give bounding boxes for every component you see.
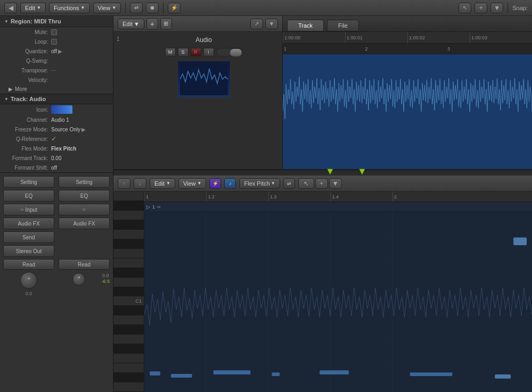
cursor-icon[interactable]: ↖ [459, 3, 471, 13]
lower-view-btn[interactable]: View ▼ [178, 178, 207, 189]
piano-key-d[interactable] [113, 278, 144, 287]
toggle-knob [230, 49, 242, 56]
piano-key-b2[interactable] [113, 306, 144, 315]
lower-tool-group: ↖ + ▼ [298, 178, 342, 189]
tl-edit-btn[interactable]: Edit ▼ [118, 19, 144, 29]
formant-track-label: Formant Track: [9, 155, 51, 161]
quantize-arrow[interactable]: ▶ [58, 48, 62, 54]
filter-icon[interactable]: ⚡ [168, 3, 181, 13]
minus-icon[interactable]: ▼ [490, 3, 503, 13]
track-indicator: ▷ 1 ∞ [144, 202, 532, 212]
pr-ruler: 1 1.2 1.3 1.4 2 [144, 191, 532, 202]
read-btn-1[interactable]: Read [3, 259, 54, 270]
track-triangle[interactable]: ▼ [4, 97, 9, 102]
track-toggle[interactable] [216, 48, 243, 56]
output-btn-1[interactable]: Stereo Out [3, 245, 54, 257]
track-name: Audio [195, 36, 212, 44]
piano-key-eb2[interactable] [113, 373, 144, 382]
plus-tool[interactable]: + [315, 178, 328, 189]
record-icon[interactable]: ⏺ [146, 3, 159, 13]
piano-key-high[interactable] [113, 191, 144, 201]
setting-btn-2[interactable]: Setting [59, 176, 110, 188]
eq-btn-2[interactable]: EQ [59, 190, 110, 202]
piano-key-gb2[interactable] [113, 344, 144, 354]
solo-btn[interactable]: S [178, 48, 189, 56]
input-btn-1[interactable]: ∞ Input [3, 204, 54, 215]
piano-key-db[interactable] [113, 287, 144, 297]
qswing-row: Q-Swing: [0, 56, 113, 65]
chevron-tool[interactable]: ▼ [329, 178, 342, 189]
read-btn-2[interactable]: Read [59, 259, 110, 270]
lower-scroll-left[interactable]: ↑ [118, 178, 130, 189]
plus-icon[interactable]: + [474, 3, 487, 13]
link-icon[interactable]: ⇄ [283, 178, 295, 189]
lower-edit-btn[interactable]: Edit ▼ [150, 178, 175, 189]
send-btn-1[interactable]: Send [3, 231, 54, 243]
eq-btn-1[interactable]: EQ [3, 190, 54, 202]
piano-key-gb[interactable] [113, 239, 144, 249]
mute-btn[interactable]: M [165, 48, 176, 56]
waveform-svg [180, 63, 228, 95]
add-folder-btn[interactable]: ⊞ [160, 18, 172, 30]
back-btn[interactable]: ◀ [4, 3, 17, 13]
piano-key-c[interactable]: C1 [113, 296, 144, 306]
track-section-title: Track: Audio [11, 96, 46, 102]
audiofx-btn-1[interactable]: Audio FX [3, 218, 54, 229]
svg-rect-16 [272, 372, 280, 376]
top-toolbar: ◀ Edit ▼ Functions ▼ View ▼ ⇄ ⏺ ⚡ ↖ + ▼ … [0, 0, 532, 16]
input-btn-2[interactable]: ∞ [59, 204, 110, 215]
view-menu[interactable]: View ▼ [93, 3, 121, 13]
piano-key-f2[interactable] [113, 354, 144, 363]
add-track-btn[interactable]: + [146, 18, 158, 30]
piano-key-low[interactable] [113, 382, 144, 392]
functions-menu[interactable]: Functions ▼ [49, 3, 90, 13]
piano-key-e[interactable] [113, 258, 144, 268]
piano-key-ab2[interactable] [113, 325, 144, 335]
output-icon[interactable]: ↗ [250, 19, 263, 29]
piano-key-g[interactable] [113, 230, 144, 239]
setting-btn-1[interactable]: Setting [3, 176, 54, 188]
loop-row: Loop: [0, 37, 113, 46]
note-icon[interactable]: ♪ [224, 178, 236, 189]
loop-checkbox[interactable] [51, 39, 57, 45]
piano-key-a2[interactable] [113, 315, 144, 325]
piano-key-a[interactable] [113, 211, 144, 220]
track-row: 1 Audio M S R [113, 32, 282, 169]
collapse-triangle[interactable]: ▼ [4, 19, 9, 24]
tab-file[interactable]: File [327, 20, 359, 31]
piano-key-b[interactable] [113, 201, 144, 211]
cursor-tool[interactable]: ↖ [298, 178, 314, 189]
volume-knob-1[interactable] [20, 272, 37, 289]
lower-scroll-right[interactable]: ↓ [134, 178, 146, 189]
channel-label: Channel: [9, 117, 51, 123]
volume-knob-2[interactable] [72, 273, 85, 286]
formant-shift-value: off [51, 165, 57, 171]
rec-btn[interactable]: R [191, 48, 201, 56]
fader-2: 0.0 -6.5 [101, 273, 110, 286]
svg-rect-14 [171, 374, 192, 378]
tab-track[interactable]: Track [287, 20, 324, 31]
qref-check[interactable]: ✓ [51, 135, 56, 143]
piano-key-eb[interactable] [113, 268, 144, 278]
freeze-mode-arrow[interactable]: ▶ [81, 127, 86, 132]
mute-checkbox[interactable] [51, 29, 57, 35]
svg-rect-19 [495, 374, 511, 379]
svg-rect-2 [144, 212, 532, 392]
more-row[interactable]: ▶ More [0, 85, 113, 94]
flex-pitch-dropdown[interactable]: Flex Pitch ▼ [239, 178, 280, 189]
piano-key-ab[interactable] [113, 220, 144, 230]
edit-menu[interactable]: Edit ▼ [20, 3, 46, 13]
pr-waveform-svg [144, 212, 532, 392]
input-btn[interactable]: I [203, 48, 214, 56]
audiofx-btn-2[interactable]: Audio FX [59, 218, 110, 229]
piano-key-e2[interactable] [113, 363, 144, 373]
track-indicator-arrow[interactable]: ▷ [146, 204, 150, 210]
audio-icon[interactable] [51, 105, 72, 114]
freeze-mode-value: Source Only [51, 127, 80, 132]
flex-icon[interactable]: ⚡ [209, 178, 221, 189]
chevron-down-icon[interactable]: ▼ [265, 19, 278, 29]
piano-key-g2[interactable] [113, 335, 144, 344]
svg-rect-17 [320, 370, 349, 374]
loop-icon[interactable]: ⇄ [130, 3, 143, 13]
piano-key-f[interactable] [113, 249, 144, 258]
